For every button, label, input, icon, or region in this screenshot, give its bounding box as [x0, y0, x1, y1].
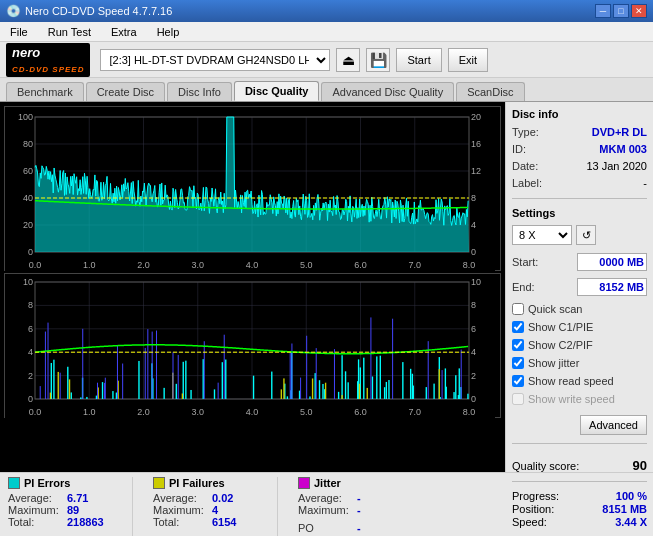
- tab-disc-info[interactable]: Disc Info: [167, 82, 232, 101]
- show-jitter-label: Show jitter: [528, 357, 579, 369]
- pi-errors-max: Maximum: 89: [8, 504, 112, 516]
- pi-failures-total-val: 6154: [212, 516, 257, 528]
- quick-scan-label: Quick scan: [528, 303, 582, 315]
- position-row: Position: 8151 MB: [512, 503, 647, 515]
- end-mb-label: End:: [512, 281, 550, 293]
- pi-failures-avg-label: Average:: [153, 492, 208, 504]
- exit-button[interactable]: Exit: [448, 48, 488, 72]
- show-read-speed-checkbox[interactable]: [512, 375, 524, 387]
- menu-help[interactable]: Help: [151, 24, 186, 40]
- refresh-button[interactable]: ↺: [576, 225, 596, 245]
- restore-button[interactable]: □: [613, 4, 629, 18]
- disc-date-row: Date: 13 Jan 2020: [512, 160, 647, 172]
- disc-type-row: Type: DVD+R DL: [512, 126, 647, 138]
- pi-failures-total-label: Total:: [153, 516, 208, 528]
- disc-label-row: Label: -: [512, 177, 647, 189]
- start-mb-input[interactable]: [577, 253, 647, 271]
- show-jitter-checkbox[interactable]: [512, 357, 524, 369]
- pi-errors-avg-label: Average:: [8, 492, 63, 504]
- tab-create-disc[interactable]: Create Disc: [86, 82, 165, 101]
- show-write-speed-checkbox: [512, 393, 524, 405]
- tab-benchmark[interactable]: Benchmark: [6, 82, 84, 101]
- jitter-header: Jitter: [298, 477, 402, 489]
- pi-failures-max-val: 4: [212, 504, 257, 516]
- start-button[interactable]: Start: [396, 48, 441, 72]
- menu-extra[interactable]: Extra: [105, 24, 143, 40]
- main-content: Disc info Type: DVD+R DL ID: MKM 003 Dat…: [0, 102, 653, 472]
- pi-failures-color: [153, 477, 165, 489]
- tab-advanced-disc-quality[interactable]: Advanced Disc Quality: [321, 82, 454, 101]
- pi-errors-header: PI Errors: [8, 477, 112, 489]
- position-value: 8151 MB: [602, 503, 647, 515]
- show-c1pie-label: Show C1/PIE: [528, 321, 593, 333]
- title-bar: 💿 Nero CD-DVD Speed 4.7.7.16 ─ □ ✕: [0, 0, 653, 22]
- jitter-group: Jitter Average: - Maximum: - PO failures…: [298, 477, 402, 536]
- progress-section: Progress: 100 % Position: 8151 MB Speed:…: [512, 490, 647, 529]
- pi-errors-total-label: Total:: [8, 516, 63, 528]
- pi-errors-total: Total: 218863: [8, 516, 112, 528]
- show-jitter-row[interactable]: Show jitter: [512, 357, 647, 369]
- speed-label-progress: Speed:: [512, 516, 547, 528]
- menu-file[interactable]: File: [4, 24, 34, 40]
- start-mb-row: Start:: [512, 253, 647, 271]
- end-mb-input[interactable]: [577, 278, 647, 296]
- po-failures-label: PO failures:: [298, 522, 353, 536]
- disc-id-value: MKM 003: [599, 143, 647, 155]
- menu-run-test[interactable]: Run Test: [42, 24, 97, 40]
- show-c2pif-checkbox[interactable]: [512, 339, 524, 351]
- show-write-speed-label: Show write speed: [528, 393, 615, 405]
- separator-2: [277, 477, 278, 536]
- quality-score-label: Quality score:: [512, 460, 579, 472]
- app-icon: 💿: [6, 4, 21, 18]
- pi-failures-name: PI Failures: [169, 477, 225, 489]
- quick-scan-checkbox[interactable]: [512, 303, 524, 315]
- disc-date-value: 13 Jan 2020: [586, 160, 647, 172]
- pi-errors-name: PI Errors: [24, 477, 70, 489]
- eject-button[interactable]: ⏏: [336, 48, 360, 72]
- disc-label-value: -: [643, 177, 647, 189]
- disc-id-row: ID: MKM 003: [512, 143, 647, 155]
- charts-area: [0, 102, 505, 472]
- speed-value-progress: 3.44 X: [615, 516, 647, 528]
- right-panel: Disc info Type: DVD+R DL ID: MKM 003 Dat…: [505, 102, 653, 472]
- pi-errors-color: [8, 477, 20, 489]
- pi-errors-group: PI Errors Average: 6.71 Maximum: 89 Tota…: [8, 477, 112, 528]
- speed-select[interactable]: 8 X: [512, 225, 572, 245]
- jitter-avg-val: -: [357, 492, 402, 504]
- jitter-max: Maximum: -: [298, 504, 402, 516]
- minimize-button[interactable]: ─: [595, 4, 611, 18]
- speed-row-progress: Speed: 3.44 X: [512, 516, 647, 528]
- po-failures-row: PO failures: -: [298, 522, 402, 536]
- quality-score-row: Quality score: 90: [512, 458, 647, 473]
- disc-id-label: ID:: [512, 143, 526, 155]
- save-button[interactable]: 💾: [366, 48, 390, 72]
- pi-failures-max-label: Maximum:: [153, 504, 208, 516]
- toolbar: nero CD-DVD SPEED [2:3] HL-DT-ST DVDRAM …: [0, 42, 653, 78]
- tab-disc-quality[interactable]: Disc Quality: [234, 81, 320, 101]
- tab-bar: Benchmark Create Disc Disc Info Disc Qua…: [0, 78, 653, 102]
- settings-title: Settings: [512, 207, 647, 219]
- pi-failures-avg-val: 0.02: [212, 492, 257, 504]
- advanced-button[interactable]: Advanced: [580, 415, 647, 435]
- pi-failures-group: PI Failures Average: 0.02 Maximum: 4 Tot…: [153, 477, 257, 528]
- pi-failures-header: PI Failures: [153, 477, 257, 489]
- disc-type-value: DVD+R DL: [592, 126, 647, 138]
- title-bar-controls: ─ □ ✕: [595, 4, 647, 18]
- progress-value: 100 %: [616, 490, 647, 502]
- show-read-speed-row[interactable]: Show read speed: [512, 375, 647, 387]
- disc-label-label: Label:: [512, 177, 542, 189]
- show-c2pif-row[interactable]: Show C2/PIF: [512, 339, 647, 351]
- progress-row: Progress: 100 %: [512, 490, 647, 502]
- quick-scan-row[interactable]: Quick scan: [512, 303, 647, 315]
- disc-type-label: Type:: [512, 126, 539, 138]
- nero-logo: nero CD-DVD SPEED: [6, 43, 90, 77]
- close-button[interactable]: ✕: [631, 4, 647, 18]
- jitter-max-label: Maximum:: [298, 504, 353, 516]
- show-c1pie-row[interactable]: Show C1/PIE: [512, 321, 647, 333]
- show-write-speed-row[interactable]: Show write speed: [512, 393, 647, 405]
- drive-select[interactable]: [2:3] HL-DT-ST DVDRAM GH24NSD0 LH00: [100, 49, 330, 71]
- tab-scandisc[interactable]: ScanDisc: [456, 82, 524, 101]
- show-c1pie-checkbox[interactable]: [512, 321, 524, 333]
- pi-errors-avg: Average: 6.71: [8, 492, 112, 504]
- bottom-chart: [4, 273, 501, 418]
